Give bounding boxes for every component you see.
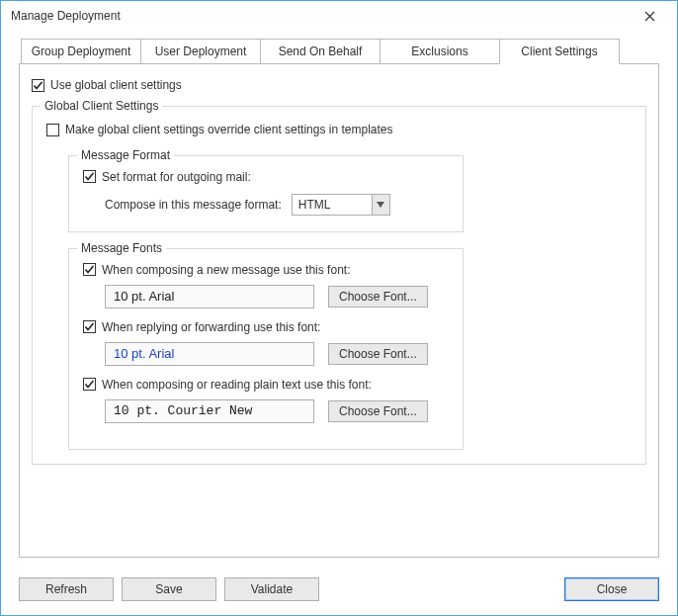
checkbox-label: When composing or reading plain text use…: [102, 378, 372, 392]
checkbox-box: [46, 124, 59, 136]
compose-format-label: Compose in this message format:: [105, 198, 282, 212]
validate-button[interactable]: Validate: [224, 577, 319, 601]
reply-font-checkbox[interactable]: When replying or forwarding use this fon…: [83, 320, 320, 334]
set-format-checkbox[interactable]: Set format for outgoing mail:: [83, 170, 251, 184]
titlebar: Manage Deployment: [1, 1, 677, 31]
tab-exclusions[interactable]: Exclusions: [380, 39, 500, 64]
checkmark-icon: [84, 171, 95, 182]
global-client-settings-group: Global Client Settings Make global clien…: [32, 106, 646, 465]
checkbox-box: [83, 378, 96, 391]
reply-font-display: 10 pt. Arial: [105, 342, 314, 366]
checkmark-icon: [84, 379, 95, 390]
tab-label: Client Settings: [521, 44, 597, 58]
group-legend: Message Format: [77, 148, 174, 162]
close-button[interactable]: Close: [564, 577, 659, 601]
refresh-button[interactable]: Refresh: [19, 577, 114, 601]
use-global-checkbox[interactable]: Use global client settings: [32, 78, 182, 92]
checkbox-label: Use global client settings: [50, 78, 182, 92]
tab-group-deployment[interactable]: Group Deployment: [21, 39, 141, 64]
tab-label: Send On Behalf: [279, 44, 363, 58]
tab-client-settings[interactable]: Client Settings: [499, 39, 620, 64]
plain-text-font-checkbox[interactable]: When composing or reading plain text use…: [83, 378, 372, 392]
tab-label: Group Deployment: [32, 44, 131, 58]
checkbox-label: Set format for outgoing mail:: [102, 170, 251, 184]
dropdown-value: HTML: [293, 195, 372, 215]
message-format-group: Message Format Set format for outgoing m…: [68, 155, 464, 232]
checkbox-label: When composing a new message use this fo…: [102, 263, 350, 277]
tab-label: Exclusions: [411, 44, 467, 58]
group-legend: Global Client Settings: [41, 99, 162, 113]
button-label: Save: [155, 582, 182, 596]
content-area: Group Deployment User Deployment Send On…: [1, 31, 677, 570]
checkbox-box: [83, 320, 96, 333]
new-message-font-checkbox[interactable]: When composing a new message use this fo…: [83, 263, 350, 277]
choose-font-new-button[interactable]: Choose Font...: [328, 286, 428, 308]
override-checkbox[interactable]: Make global client settings override cli…: [46, 123, 393, 136]
plain-text-font-display: 10 pt. Courier New: [105, 399, 314, 423]
new-message-font-display: 10 pt. Arial: [105, 285, 314, 308]
tab-send-on-behalf[interactable]: Send On Behalf: [260, 39, 381, 64]
client-settings-panel: Use global client settings Global Client…: [19, 63, 659, 558]
checkbox-label: When replying or forwarding use this fon…: [102, 320, 320, 334]
checkbox-box: [83, 170, 96, 183]
checkmark-icon: [84, 321, 95, 332]
choose-font-plain-button[interactable]: Choose Font...: [328, 400, 428, 422]
footer-buttons: Refresh Save Validate Close: [1, 570, 677, 615]
tab-user-deployment[interactable]: User Deployment: [140, 39, 261, 64]
tabstrip: Group Deployment User Deployment Send On…: [21, 39, 659, 64]
checkbox-label: Make global client settings override cli…: [65, 123, 393, 136]
button-label: Choose Font...: [339, 404, 417, 418]
dropdown-button: [372, 195, 389, 215]
checkmark-icon: [33, 80, 43, 91]
button-label: Refresh: [45, 582, 87, 596]
choose-font-reply-button[interactable]: Choose Font...: [328, 343, 428, 365]
group-legend: Message Fonts: [77, 241, 166, 255]
button-label: Close: [597, 582, 628, 596]
button-label: Choose Font...: [339, 347, 417, 361]
spacer: [327, 577, 556, 601]
checkbox-box: [32, 79, 44, 92]
chevron-down-icon: [377, 202, 384, 208]
save-button[interactable]: Save: [122, 577, 216, 601]
window-title: Manage Deployment: [11, 9, 121, 23]
message-fonts-group: Message Fonts When composing a new messa…: [68, 248, 464, 450]
manage-deployment-window: Manage Deployment Group Deployment User …: [0, 0, 678, 616]
button-label: Validate: [251, 582, 293, 596]
close-icon: [644, 11, 655, 22]
window-close-button[interactable]: [630, 2, 669, 30]
button-label: Choose Font...: [339, 290, 417, 304]
tab-label: User Deployment: [155, 44, 247, 58]
checkmark-icon: [84, 264, 95, 275]
checkbox-box: [83, 263, 96, 276]
compose-format-dropdown[interactable]: HTML: [292, 194, 390, 216]
